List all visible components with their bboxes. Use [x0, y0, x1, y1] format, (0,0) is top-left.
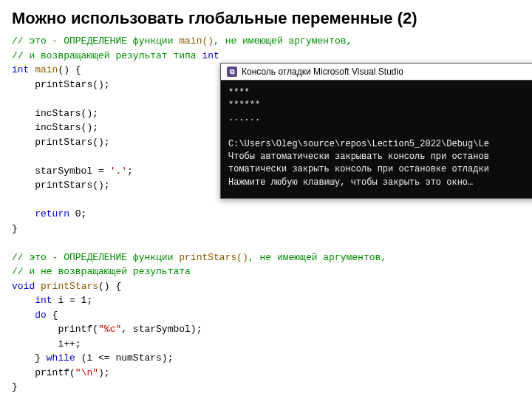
code-line: printStars();	[12, 79, 110, 90]
output-line: C:\Users\Oleg\source\repos\Lection5_2022…	[228, 139, 489, 149]
keyword: do	[12, 310, 47, 321]
code-line: incStars();	[12, 122, 98, 133]
code-line: i++;	[12, 338, 81, 349]
console-output: **** ****** ...... C:\Users\Oleg\source\…	[221, 81, 532, 198]
output-line: Нажмите любую клавишу, чтобы закрыть это…	[228, 177, 473, 188]
string-literal: "\n"	[75, 367, 98, 378]
comment: , не имеющей аргументов,	[214, 35, 352, 47]
comment: // это - ОПРЕДЕЛЕНИЕ функции	[12, 35, 179, 47]
code-line: }	[12, 223, 18, 234]
output-line: ......	[228, 113, 260, 123]
code-text: , starSymbol);	[121, 324, 202, 335]
string-literal: "%c"	[98, 324, 121, 335]
console-icon: ⧉	[227, 66, 237, 77]
comment-fn: printStars()	[179, 252, 248, 263]
comment: , не имеющей аргументов,	[248, 252, 386, 263]
code-text: {	[47, 310, 58, 321]
code-text: printf(	[12, 324, 98, 335]
code-text: printf(	[12, 367, 75, 378]
console-titlebar: ⧉ Консоль отладки Microsoft Visual Studi…	[221, 64, 532, 81]
code-line: incStars();	[12, 108, 98, 119]
code-text: ;	[127, 166, 133, 177]
keyword: int	[12, 295, 52, 306]
comment: // и возвращающей результат типа	[12, 50, 202, 61]
code-line: printStars();	[12, 137, 110, 148]
code-text: () {	[58, 64, 81, 75]
keyword: return	[12, 208, 69, 219]
output-line: Чтобы автоматически закрывать консоль пр…	[228, 151, 489, 162]
comment-kw: int	[202, 50, 219, 61]
console-window: ⧉ Консоль отладки Microsoft Visual Studi…	[220, 63, 532, 199]
code-text: 0;	[69, 208, 86, 219]
func-name: main	[29, 64, 58, 75]
output-line: томатически закрыть консоль при остановк…	[228, 164, 489, 174]
code-line: printStars();	[12, 180, 110, 191]
code-text: starSymbol =	[12, 166, 110, 177]
slide-title: Можно использовать глобальные переменные…	[0, 0, 532, 34]
comment: // и не возвращающей результата	[12, 266, 191, 277]
string-literal: '.'	[110, 166, 127, 177]
code-text: }	[12, 352, 47, 364]
keyword: while	[47, 352, 75, 364]
comment: // это - ОПРЕДЕЛЕНИЕ функции	[12, 252, 179, 263]
code-text: () {	[98, 281, 121, 292]
comment-fn: main()	[179, 35, 214, 47]
code-text: i = 1;	[52, 295, 93, 306]
code-line: }	[12, 381, 18, 392]
keyword: int	[12, 64, 29, 75]
output-line: ****	[228, 87, 250, 98]
console-title: Консоль отладки Microsoft Visual Studio	[242, 66, 403, 77]
output-line: ******	[228, 100, 260, 110]
func-name: printStars	[35, 281, 98, 292]
keyword: void	[12, 281, 35, 292]
code-text: (i <= numStars);	[75, 352, 174, 364]
code-text: );	[98, 367, 110, 378]
